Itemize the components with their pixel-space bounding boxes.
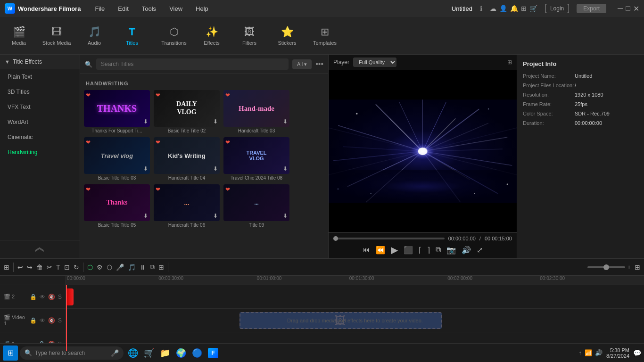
menu-help[interactable]: Help bbox=[193, 4, 211, 13]
favorite-icon-2[interactable]: ❤ bbox=[156, 92, 160, 99]
taskbar-app-filmora[interactable]: F bbox=[206, 346, 221, 361]
subtitle-button[interactable]: ⧉ bbox=[150, 263, 155, 271]
title-card-2[interactable]: ❤ DAILYVLOG ⬇ Basic Title Title 02 bbox=[154, 90, 220, 133]
toolbar-stock-media[interactable]: 🎞 Stock Media bbox=[38, 17, 75, 55]
panel-collapse-icon[interactable]: ❮ bbox=[35, 246, 45, 253]
track-mute-icon-v1[interactable]: 🔇 bbox=[48, 317, 55, 324]
track-row-video2[interactable] bbox=[66, 285, 644, 309]
notification-icon[interactable]: 🔔 bbox=[510, 5, 518, 12]
favorite-icon-9[interactable]: ❤ bbox=[225, 186, 230, 193]
toolbar-stickers[interactable]: ⭐ Stickers bbox=[268, 17, 306, 55]
taskbar-search[interactable]: 🔍 Type here to search 🎤 bbox=[20, 346, 124, 360]
favorite-icon-3[interactable]: ❤ bbox=[225, 92, 230, 99]
step-back-button[interactable]: ⏪ bbox=[376, 246, 385, 255]
clip-controls-button[interactable]: ⧉ bbox=[436, 246, 441, 254]
cut-button[interactable]: ✂ bbox=[47, 263, 52, 271]
track-mute-icon[interactable]: 🔇 bbox=[48, 294, 55, 300]
search-input[interactable] bbox=[96, 58, 289, 70]
screenshot-button[interactable]: 📷 bbox=[446, 246, 456, 255]
track-lock-icon-v1[interactable]: 🔒 bbox=[30, 317, 37, 324]
sidebar-item-cinematic[interactable]: Cinematic bbox=[0, 130, 80, 145]
delete-button[interactable]: 🗑 bbox=[36, 263, 43, 271]
download-icon-2[interactable]: ⬇ bbox=[213, 118, 218, 125]
minimize-button[interactable]: ─ bbox=[618, 4, 623, 13]
taskbar-app-chrome[interactable]: 🔵 bbox=[190, 346, 205, 361]
speed-button[interactable]: ⚙ bbox=[97, 263, 103, 271]
download-icon-1[interactable]: ⬇ bbox=[143, 118, 148, 125]
wifi-icon[interactable]: 📶 bbox=[585, 349, 592, 356]
download-icon-7[interactable]: ⬇ bbox=[143, 213, 148, 219]
export-button[interactable]: Export bbox=[577, 4, 606, 13]
crop-button[interactable]: ⊡ bbox=[64, 263, 70, 271]
taskbar-mic-icon[interactable]: 🎤 bbox=[111, 349, 119, 357]
title-card-6[interactable]: ❤ TRAVELVLOG ⬇ Travel Chic 2024 Title 08 bbox=[223, 137, 289, 181]
toolbar-templates[interactable]: ⊞ Templates bbox=[306, 17, 344, 55]
menu-tools[interactable]: Tools bbox=[139, 4, 159, 13]
taskbar-app-explorer[interactable]: 📁 bbox=[157, 346, 173, 361]
more-options-icon[interactable]: ••• bbox=[315, 60, 323, 68]
zoom-out-icon[interactable]: − bbox=[582, 263, 586, 271]
go-to-start-button[interactable]: ⏮ bbox=[363, 246, 370, 254]
redo-button[interactable]: ↪ bbox=[27, 263, 33, 271]
clip-red[interactable] bbox=[66, 288, 74, 305]
title-card-8[interactable]: ❤ ... ⬇ Handcraft Title 06 bbox=[154, 184, 220, 228]
download-icon-8[interactable]: ⬇ bbox=[213, 213, 218, 219]
title-card-1[interactable]: ❤ THANKS ⬇ Thanks For Support Ti... bbox=[84, 90, 150, 133]
collapse-arrow-icon[interactable]: ▼ bbox=[5, 59, 10, 65]
progress-bar[interactable] bbox=[333, 238, 445, 239]
taskbar-app-edge[interactable]: 🌐 bbox=[125, 346, 140, 361]
title-card-9[interactable]: ❤ ... ⬇ Title 09 bbox=[223, 184, 289, 228]
track-solo-icon-v1[interactable]: S bbox=[58, 317, 62, 324]
start-button[interactable]: ⊞ bbox=[3, 346, 18, 361]
audio-track-button[interactable]: 🎵 bbox=[128, 263, 136, 271]
maximize-button[interactable]: □ bbox=[626, 4, 630, 13]
taskbar-app-store[interactable]: 🛒 bbox=[141, 346, 157, 361]
preview-area[interactable] bbox=[329, 70, 517, 232]
ai-color-button[interactable]: ⬡ bbox=[87, 263, 93, 271]
playhead[interactable] bbox=[66, 285, 67, 351]
favorite-icon-7[interactable]: ❤ bbox=[86, 186, 91, 193]
mic-button[interactable]: 🎤 bbox=[116, 263, 124, 271]
favorite-icon-4[interactable]: ❤ bbox=[86, 139, 91, 146]
layout-toggle-button[interactable]: ⊞ bbox=[635, 263, 640, 271]
pip-button[interactable]: ⊞ bbox=[158, 263, 164, 271]
toolbar-audio[interactable]: 🎵 Audio bbox=[75, 17, 113, 55]
favorite-icon-6[interactable]: ❤ bbox=[225, 139, 230, 146]
favorite-icon-1[interactable]: ❤ bbox=[86, 92, 91, 99]
track-solo-icon[interactable]: S bbox=[58, 294, 62, 300]
project-info-icon[interactable]: ℹ bbox=[480, 5, 482, 12]
track-row-video1[interactable]: 🖼 Drag and drop media and effects here t… bbox=[66, 309, 644, 332]
download-icon-9[interactable]: ⬇ bbox=[283, 213, 288, 219]
add-track-button[interactable]: ⊞ bbox=[4, 263, 9, 271]
menu-edit[interactable]: Edit bbox=[115, 4, 131, 13]
network-up-icon[interactable]: ↑ bbox=[579, 349, 582, 356]
filter-dropdown[interactable]: All ▾ bbox=[292, 59, 312, 69]
fullscreen-button[interactable]: ⤢ bbox=[477, 246, 483, 255]
zoom-in-icon[interactable]: + bbox=[627, 263, 631, 271]
sidebar-item-3d-titles[interactable]: 3D Titles bbox=[0, 84, 80, 99]
toolbar-media[interactable]: 🎬 Media bbox=[0, 17, 38, 55]
split-button[interactable]: ⏸ bbox=[140, 263, 146, 271]
title-card-4[interactable]: ❤ Travel vlog ⬇ Basic Title Title 03 bbox=[84, 137, 150, 181]
user-icon[interactable]: 👤 bbox=[499, 5, 507, 12]
volume-icon[interactable]: 🔊 bbox=[595, 349, 603, 356]
login-button[interactable]: Login bbox=[545, 4, 569, 13]
download-icon-4[interactable]: ⬇ bbox=[143, 165, 148, 172]
download-icon-5[interactable]: ⬇ bbox=[213, 165, 218, 172]
menu-view[interactable]: View bbox=[166, 4, 185, 13]
title-card-3[interactable]: ❤ Hand-made ⬇ Handcraft Title 03 bbox=[223, 90, 289, 133]
download-icon-6[interactable]: ⬇ bbox=[283, 165, 288, 172]
menu-file[interactable]: File bbox=[92, 4, 107, 13]
sidebar-item-vfx-text[interactable]: VFX Text bbox=[0, 99, 80, 115]
undo-button[interactable]: ↩ bbox=[17, 263, 23, 271]
toolbar-filters[interactable]: 🖼 Filters bbox=[231, 17, 268, 55]
grid-icon[interactable]: ⊞ bbox=[521, 5, 527, 12]
quality-select[interactable]: Full Quality bbox=[353, 58, 396, 67]
track-eye-icon-v1[interactable]: 👁 bbox=[40, 317, 45, 324]
download-icon-3[interactable]: ⬇ bbox=[283, 118, 288, 125]
track-lock-icon[interactable]: 🔒 bbox=[30, 294, 37, 300]
favorite-icon-5[interactable]: ❤ bbox=[156, 139, 160, 146]
favorite-icon-8[interactable]: ❤ bbox=[156, 186, 160, 193]
toolbar-transitions[interactable]: ⬡ Transitions bbox=[155, 17, 193, 55]
shield-button[interactable]: ⬡ bbox=[107, 263, 112, 271]
